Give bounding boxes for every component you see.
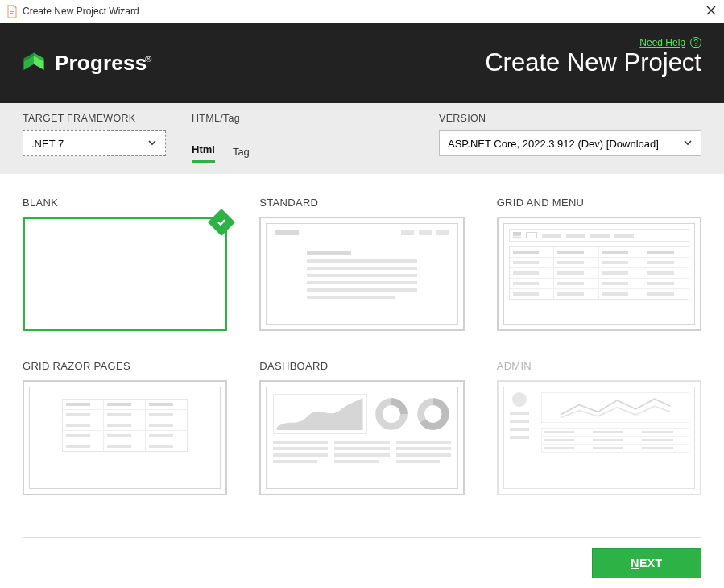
syntax-tabs: Html Tag	[192, 137, 250, 163]
templates-area: BLANK STANDARD	[0, 174, 724, 495]
html-tag-label: HTML/Tag	[192, 113, 250, 124]
template-admin: ADMIN	[497, 360, 701, 495]
footer-separator	[23, 537, 701, 538]
svg-rect-2	[10, 13, 13, 14]
next-button[interactable]: NEXT	[592, 548, 701, 578]
need-help-link[interactable]: Need Help ?	[639, 37, 701, 48]
template-card	[259, 380, 464, 495]
template-title: DASHBOARD	[259, 360, 464, 372]
templates-grid: BLANK STANDARD	[23, 197, 701, 495]
progress-logo-icon	[19, 48, 48, 77]
template-title: STANDARD	[259, 197, 464, 209]
brand-name: Progress®	[55, 51, 154, 76]
brand-logo: Progress®	[19, 48, 154, 77]
version-dropdown[interactable]: ASP.NET Core, 2022.3.912 (Dev) [Download…	[439, 130, 701, 156]
template-title: GRID RAZOR PAGES	[23, 360, 227, 372]
version-col: VERSION ASP.NET Core, 2022.3.912 (Dev) […	[439, 113, 701, 156]
tab-tag[interactable]: Tag	[233, 146, 250, 163]
template-title: BLANK	[23, 197, 227, 209]
tab-html[interactable]: Html	[192, 143, 215, 163]
template-title: ADMIN	[497, 360, 701, 372]
version-label: VERSION	[439, 113, 701, 124]
page-title: Create New Project	[485, 48, 701, 77]
template-card	[23, 380, 227, 495]
template-card	[497, 380, 701, 495]
document-icon	[6, 5, 18, 18]
header-band: Progress® Need Help ? Create New Project	[0, 23, 724, 103]
template-standard[interactable]: STANDARD	[259, 197, 464, 331]
window-titlebar: Create New Project Wizard	[0, 0, 724, 23]
chevron-down-icon	[147, 138, 157, 150]
template-card	[259, 217, 464, 331]
template-dashboard[interactable]: DASHBOARD	[259, 360, 464, 495]
template-blank[interactable]: BLANK	[23, 197, 227, 331]
help-icon: ?	[690, 37, 701, 48]
chevron-down-icon	[683, 138, 693, 150]
target-framework-col: TARGET FRAMEWORK .NET 7	[23, 113, 166, 156]
template-card	[23, 217, 227, 331]
need-help-label: Need Help	[639, 37, 685, 48]
target-framework-label: TARGET FRAMEWORK	[23, 113, 166, 124]
filters-bar: TARGET FRAMEWORK .NET 7 HTML/Tag Html Ta…	[0, 103, 724, 174]
target-framework-value: .NET 7	[31, 138, 64, 150]
footer: NEXT	[23, 537, 701, 578]
window-title: Create New Project Wizard	[23, 6, 139, 17]
version-value: ASP.NET Core, 2022.3.912 (Dev) [Download…	[448, 138, 659, 150]
target-framework-dropdown[interactable]: .NET 7	[23, 130, 166, 156]
close-icon[interactable]	[706, 5, 716, 18]
template-grid-and-menu[interactable]: GRID AND MENU	[497, 197, 701, 331]
svg-rect-0	[10, 10, 14, 10]
svg-rect-1	[10, 11, 14, 12]
template-grid-razor-pages[interactable]: GRID RAZOR PAGES	[23, 360, 227, 495]
template-card	[497, 217, 701, 331]
template-title: GRID AND MENU	[497, 197, 701, 209]
html-tag-col: HTML/Tag Html Tag	[192, 113, 250, 163]
